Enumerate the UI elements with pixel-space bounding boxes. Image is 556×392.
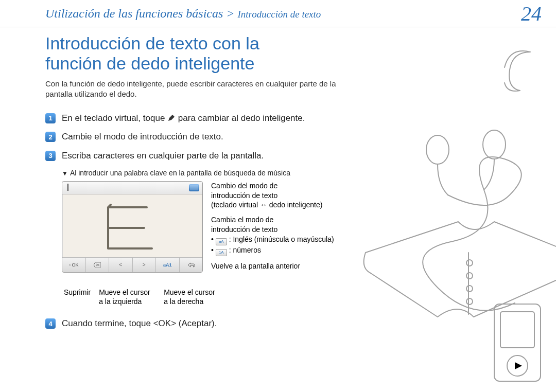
mode-toggle-button (189, 184, 199, 191)
svg-point-10 (507, 355, 528, 376)
steps-list: 1 En el teclado virtual, toque para camb… (45, 112, 339, 163)
text-cursor-icon (67, 184, 68, 191)
step-3: 3 Escriba caracteres en cualquier parte … (45, 150, 339, 163)
step-text: En el teclado virtual, toque para cambia… (62, 112, 305, 125)
callout-text: Cambio del modo de (211, 181, 334, 191)
callout-back: Vuelve a la pantalla anterior (211, 261, 334, 271)
callouts-right: Cambio del modo de introducción de texto… (203, 181, 334, 276)
page-title: Introducción de texto con la función de … (45, 33, 339, 74)
callout-mode-toggle: Cambio del modo de introducción de texto… (211, 181, 334, 210)
step-1-text-a: En el teclado virtual, toque (62, 113, 167, 123)
callout-text: (teclado virtual ↔ dedo inteligente) (211, 200, 334, 210)
sub-note: ▼Al introducir una palabra clave en la p… (62, 169, 339, 177)
step-2: 2 Cambie el modo de introducción de text… (45, 131, 339, 144)
cursor-right-button: > (133, 258, 157, 272)
callout-text: introducción de texto (211, 191, 334, 201)
svg-rect-9 (500, 312, 534, 348)
callout-text: introducción de texto (211, 225, 334, 235)
step-text: Cambie el modo de introducción de texto. (62, 131, 223, 144)
sub-note-text: Al introducir una palabra clave en la pa… (70, 169, 290, 177)
breadcrumb-main: Utilización de las funciones básicas (45, 7, 223, 20)
callout-bullet: • 1A : números (211, 245, 334, 256)
svg-marker-11 (515, 362, 522, 369)
cursor-left-button: < (109, 258, 133, 272)
callouts-below: Suprimir Mueve el cursor a la izquierda … (64, 288, 339, 306)
svg-point-2 (426, 135, 449, 164)
step-number-badge: 4 (45, 318, 56, 329)
step-number-badge: 2 (45, 132, 56, 142)
step-1: 1 En el teclado virtual, toque para camb… (45, 112, 339, 125)
step-number-badge: 1 (45, 113, 56, 123)
callout-input-mode: Cambia el modo de introducción de texto … (211, 215, 334, 256)
callout-cursor-right: Mueve el cursor a la derecha (164, 288, 220, 306)
step-1-text-b: para cambiar al dedo inteligente. (178, 113, 305, 123)
main-content: Introducción de texto con la función de … (0, 27, 339, 330)
step-4: 4 Cuando termine, toque <OK> (Aceptar). (45, 317, 339, 330)
step-text: Cuando termine, toque <OK> (Aceptar). (62, 317, 217, 330)
svg-point-6 (466, 286, 473, 292)
decorative-illustration (340, 31, 556, 392)
step-number-badge: 3 (45, 151, 56, 161)
callout-text: Cambia el modo de (211, 215, 334, 225)
diagram-area: ◦ OK < > aA1 Cambio del modo de introduc… (62, 181, 339, 276)
steps-list-cont: 4 Cuando termine, toque <OK> (Aceptar). (45, 317, 339, 330)
vs-toolbar: ◦ OK < > aA1 (62, 257, 202, 272)
vs-text-field (62, 182, 202, 194)
title-line-1: Introducción de texto con la (45, 33, 259, 53)
mode-english-icon: aA (216, 238, 227, 245)
pencil-icon (167, 114, 176, 122)
step-text: Escriba caracteres en cualquier parte de… (62, 150, 264, 163)
svg-point-7 (466, 298, 473, 305)
virtual-keyboard-screen: ◦ OK < > aA1 (62, 181, 203, 273)
handwritten-e-icon (85, 202, 167, 254)
down-triangle-icon: ▼ (62, 170, 68, 177)
ok-button: ◦ OK (62, 258, 86, 272)
input-mode-button: aA1 (156, 258, 180, 272)
intro-text: Con la función de dedo inteligente, pued… (45, 79, 339, 100)
callout-bullet: • aA : Inglés (minúscula o mayúscula) (211, 235, 334, 245)
svg-point-5 (466, 273, 473, 279)
breadcrumb: Utilización de las funciones básicas > I… (45, 7, 321, 21)
delete-button (86, 258, 110, 272)
callout-delete: Suprimir (64, 288, 91, 306)
callout-text: : números (227, 246, 261, 254)
title-line-2: función de dedo inteligente (45, 54, 254, 73)
callout-cursor-left: Mueve el cursor a la izquierda (99, 288, 155, 306)
svg-point-4 (466, 260, 473, 266)
callout-text: Vuelve a la pantalla anterior (211, 261, 334, 271)
callout-text: : Inglés (minúscula o mayúscula) (227, 235, 334, 243)
svg-point-3 (483, 130, 506, 159)
mode-numbers-icon: 1A (216, 249, 227, 256)
page-header: Utilización de las funciones básicas > I… (0, 0, 556, 27)
breadcrumb-sep: > (223, 7, 237, 20)
back-button (180, 258, 203, 272)
breadcrumb-sub: Introducción de texto (238, 9, 321, 20)
page-number: 24 (521, 2, 542, 26)
svg-rect-8 (494, 304, 541, 381)
